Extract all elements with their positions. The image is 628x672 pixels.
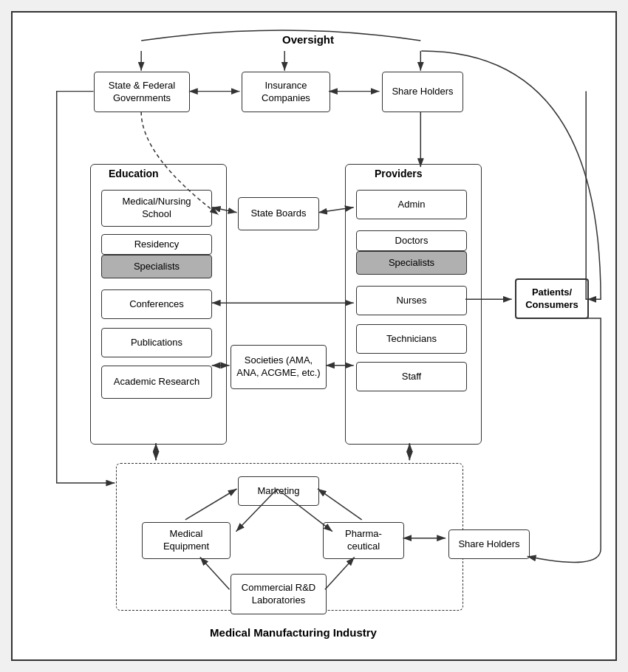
manufacturing-label: Medical Manufacturing Industry — [190, 626, 397, 639]
education-label: Education — [109, 168, 159, 179]
shareholders-bottom-box: Share Holders — [448, 529, 530, 559]
insurance-box: Insurance Companies — [242, 72, 330, 112]
state-boards-box: State Boards — [238, 197, 319, 230]
staff-box: Staff — [356, 362, 467, 391]
patients-box: Patients/ Consumers — [515, 278, 589, 319]
nurses-box: Nurses — [356, 286, 467, 315]
specialists-left-box: Specialists — [101, 255, 212, 278]
marketing-box: Marketing — [238, 476, 319, 506]
specialists-right-box: Specialists — [356, 251, 467, 275]
state-federal-box: State & Federal Governments — [94, 72, 190, 112]
societies-box: Societies (AMA, ANA, ACGME, etc.) — [231, 345, 327, 389]
technicians-box: Technicians — [356, 324, 467, 354]
academic-research-box: Academic Research — [101, 366, 212, 399]
medical-equipment-box: Medical Equipment — [142, 522, 231, 559]
medical-nursing-box: Medical/Nursing School — [101, 190, 212, 227]
commercial-rd-box: Commercial R&D Laboratories — [231, 574, 327, 614]
residency-box: Residency — [101, 234, 212, 255]
publications-box: Publications — [101, 328, 212, 357]
shareholders-top-box: Share Holders — [382, 72, 463, 112]
diagram-container: Oversight State & Federal Governments In… — [11, 11, 617, 661]
admin-box: Admin — [356, 190, 467, 219]
conferences-box: Conferences — [101, 289, 212, 319]
providers-label: Providers — [375, 168, 423, 179]
pharmaceutical-box: Pharma- ceutical — [323, 522, 404, 559]
doctors-box: Doctors — [356, 230, 467, 251]
oversight-label: Oversight — [249, 33, 367, 46]
